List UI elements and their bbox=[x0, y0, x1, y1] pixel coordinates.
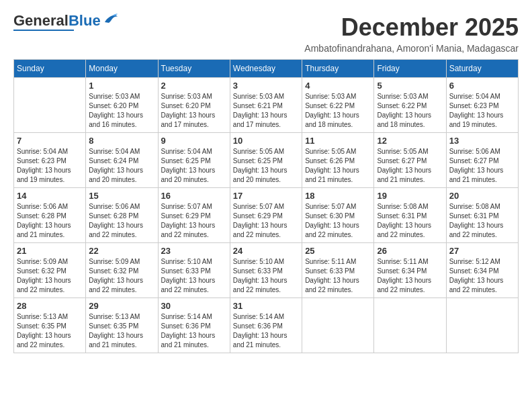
logo-general: General bbox=[13, 12, 69, 29]
day-number: 11 bbox=[305, 136, 371, 146]
calendar-cell: 25Sunrise: 5:11 AM Sunset: 6:33 PM Dayli… bbox=[302, 243, 374, 298]
calendar-cell: 21Sunrise: 5:09 AM Sunset: 6:32 PM Dayli… bbox=[14, 243, 86, 298]
day-info: Sunrise: 5:05 AM Sunset: 6:25 PM Dayligh… bbox=[233, 147, 299, 185]
day-info: Sunrise: 5:03 AM Sunset: 6:22 PM Dayligh… bbox=[377, 92, 443, 130]
calendar-week-row: 1Sunrise: 5:03 AM Sunset: 6:20 PM Daylig… bbox=[14, 78, 519, 133]
day-number: 1 bbox=[89, 81, 154, 91]
calendar-table: SundayMondayTuesdayWednesdayThursdayFrid… bbox=[13, 59, 519, 353]
day-info: Sunrise: 5:13 AM Sunset: 6:35 PM Dayligh… bbox=[17, 312, 83, 350]
day-number: 9 bbox=[161, 136, 227, 146]
weekday-header: Tuesday bbox=[158, 60, 230, 78]
calendar-cell: 30Sunrise: 5:14 AM Sunset: 6:36 PM Dayli… bbox=[158, 298, 230, 353]
page-header: GeneralBlue December 2025 Ambatofinandra… bbox=[13, 13, 519, 54]
logo-text: GeneralBlue bbox=[13, 13, 101, 28]
day-info: Sunrise: 5:11 AM Sunset: 6:34 PM Dayligh… bbox=[377, 257, 443, 295]
day-number: 29 bbox=[89, 301, 154, 311]
day-info: Sunrise: 5:06 AM Sunset: 6:28 PM Dayligh… bbox=[17, 202, 83, 240]
calendar-cell: 18Sunrise: 5:07 AM Sunset: 6:30 PM Dayli… bbox=[302, 188, 374, 243]
weekday-header: Friday bbox=[374, 60, 446, 78]
calendar-week-row: 21Sunrise: 5:09 AM Sunset: 6:32 PM Dayli… bbox=[14, 243, 519, 298]
day-number: 26 bbox=[377, 246, 443, 256]
day-info: Sunrise: 5:04 AM Sunset: 6:23 PM Dayligh… bbox=[17, 147, 83, 185]
calendar-week-row: 14Sunrise: 5:06 AM Sunset: 6:28 PM Dayli… bbox=[14, 188, 519, 243]
weekday-header: Wednesday bbox=[230, 60, 302, 78]
calendar-cell: 9Sunrise: 5:04 AM Sunset: 6:25 PM Daylig… bbox=[158, 133, 230, 188]
calendar-cell: 14Sunrise: 5:06 AM Sunset: 6:28 PM Dayli… bbox=[14, 188, 86, 243]
weekday-header: Sunday bbox=[14, 60, 86, 78]
calendar-cell: 23Sunrise: 5:10 AM Sunset: 6:33 PM Dayli… bbox=[158, 243, 230, 298]
day-info: Sunrise: 5:08 AM Sunset: 6:31 PM Dayligh… bbox=[377, 202, 443, 240]
location-subtitle: Ambatofinandrahana, Amoron'i Mania, Mada… bbox=[304, 43, 519, 54]
day-info: Sunrise: 5:05 AM Sunset: 6:27 PM Dayligh… bbox=[377, 147, 443, 185]
calendar-cell: 27Sunrise: 5:12 AM Sunset: 6:34 PM Dayli… bbox=[446, 243, 518, 298]
weekday-header: Thursday bbox=[302, 60, 374, 78]
day-number: 5 bbox=[377, 81, 443, 91]
day-info: Sunrise: 5:03 AM Sunset: 6:20 PM Dayligh… bbox=[161, 92, 227, 130]
day-info: Sunrise: 5:11 AM Sunset: 6:33 PM Dayligh… bbox=[305, 257, 371, 295]
day-info: Sunrise: 5:09 AM Sunset: 6:32 PM Dayligh… bbox=[89, 257, 154, 295]
day-number: 21 bbox=[17, 246, 83, 256]
day-number: 30 bbox=[161, 301, 227, 311]
calendar-cell: 26Sunrise: 5:11 AM Sunset: 6:34 PM Dayli… bbox=[374, 243, 446, 298]
calendar-cell: 1Sunrise: 5:03 AM Sunset: 6:20 PM Daylig… bbox=[86, 78, 158, 133]
calendar-cell: 29Sunrise: 5:13 AM Sunset: 6:35 PM Dayli… bbox=[86, 298, 158, 353]
day-info: Sunrise: 5:14 AM Sunset: 6:36 PM Dayligh… bbox=[233, 312, 299, 350]
weekday-header: Saturday bbox=[446, 60, 518, 78]
day-number: 10 bbox=[233, 136, 299, 146]
calendar-cell: 13Sunrise: 5:06 AM Sunset: 6:27 PM Dayli… bbox=[446, 133, 518, 188]
calendar-cell: 8Sunrise: 5:04 AM Sunset: 6:24 PM Daylig… bbox=[86, 133, 158, 188]
day-number: 19 bbox=[377, 191, 443, 201]
calendar-week-row: 28Sunrise: 5:13 AM Sunset: 6:35 PM Dayli… bbox=[14, 298, 519, 353]
calendar-cell bbox=[446, 298, 518, 353]
calendar-cell: 24Sunrise: 5:10 AM Sunset: 6:33 PM Dayli… bbox=[230, 243, 302, 298]
weekday-header-row: SundayMondayTuesdayWednesdayThursdayFrid… bbox=[14, 60, 519, 78]
bird-icon bbox=[103, 13, 118, 25]
day-number: 18 bbox=[305, 191, 371, 201]
day-number: 2 bbox=[161, 81, 227, 91]
calendar-cell: 10Sunrise: 5:05 AM Sunset: 6:25 PM Dayli… bbox=[230, 133, 302, 188]
day-number: 16 bbox=[161, 191, 227, 201]
day-info: Sunrise: 5:04 AM Sunset: 6:24 PM Dayligh… bbox=[89, 147, 154, 185]
day-number: 4 bbox=[305, 81, 371, 91]
calendar-cell: 28Sunrise: 5:13 AM Sunset: 6:35 PM Dayli… bbox=[14, 298, 86, 353]
calendar-cell: 17Sunrise: 5:07 AM Sunset: 6:29 PM Dayli… bbox=[230, 188, 302, 243]
day-info: Sunrise: 5:14 AM Sunset: 6:36 PM Dayligh… bbox=[161, 312, 227, 350]
day-number: 12 bbox=[377, 136, 443, 146]
day-number: 31 bbox=[233, 301, 299, 311]
day-number: 27 bbox=[449, 246, 515, 256]
day-number: 3 bbox=[233, 81, 299, 91]
calendar-cell: 20Sunrise: 5:08 AM Sunset: 6:31 PM Dayli… bbox=[446, 188, 518, 243]
day-number: 25 bbox=[305, 246, 371, 256]
calendar-cell: 6Sunrise: 5:04 AM Sunset: 6:23 PM Daylig… bbox=[446, 78, 518, 133]
day-info: Sunrise: 5:10 AM Sunset: 6:33 PM Dayligh… bbox=[161, 257, 227, 295]
title-block: December 2025 Ambatofinandrahana, Amoron… bbox=[304, 13, 519, 54]
calendar-cell bbox=[374, 298, 446, 353]
day-number: 28 bbox=[17, 301, 83, 311]
calendar-cell bbox=[14, 78, 86, 133]
day-info: Sunrise: 5:06 AM Sunset: 6:27 PM Dayligh… bbox=[449, 147, 515, 185]
month-year-title: December 2025 bbox=[304, 13, 519, 42]
day-number: 13 bbox=[449, 136, 515, 146]
day-info: Sunrise: 5:03 AM Sunset: 6:22 PM Dayligh… bbox=[305, 92, 371, 130]
calendar-cell: 15Sunrise: 5:06 AM Sunset: 6:28 PM Dayli… bbox=[86, 188, 158, 243]
day-number: 24 bbox=[233, 246, 299, 256]
calendar-cell: 11Sunrise: 5:05 AM Sunset: 6:26 PM Dayli… bbox=[302, 133, 374, 188]
calendar-cell bbox=[302, 298, 374, 353]
calendar-cell: 22Sunrise: 5:09 AM Sunset: 6:32 PM Dayli… bbox=[86, 243, 158, 298]
logo: GeneralBlue bbox=[13, 13, 118, 31]
day-info: Sunrise: 5:13 AM Sunset: 6:35 PM Dayligh… bbox=[89, 312, 154, 350]
calendar-cell: 7Sunrise: 5:04 AM Sunset: 6:23 PM Daylig… bbox=[14, 133, 86, 188]
day-info: Sunrise: 5:08 AM Sunset: 6:31 PM Dayligh… bbox=[449, 202, 515, 240]
day-number: 7 bbox=[17, 136, 83, 146]
day-info: Sunrise: 5:07 AM Sunset: 6:29 PM Dayligh… bbox=[161, 202, 227, 240]
day-info: Sunrise: 5:07 AM Sunset: 6:29 PM Dayligh… bbox=[233, 202, 299, 240]
calendar-cell: 12Sunrise: 5:05 AM Sunset: 6:27 PM Dayli… bbox=[374, 133, 446, 188]
day-number: 17 bbox=[233, 191, 299, 201]
day-number: 8 bbox=[89, 136, 154, 146]
day-info: Sunrise: 5:10 AM Sunset: 6:33 PM Dayligh… bbox=[233, 257, 299, 295]
day-info: Sunrise: 5:06 AM Sunset: 6:28 PM Dayligh… bbox=[89, 202, 154, 240]
day-number: 6 bbox=[449, 81, 515, 91]
day-info: Sunrise: 5:03 AM Sunset: 6:20 PM Dayligh… bbox=[89, 92, 154, 130]
calendar-cell: 4Sunrise: 5:03 AM Sunset: 6:22 PM Daylig… bbox=[302, 78, 374, 133]
day-info: Sunrise: 5:03 AM Sunset: 6:21 PM Dayligh… bbox=[233, 92, 299, 130]
